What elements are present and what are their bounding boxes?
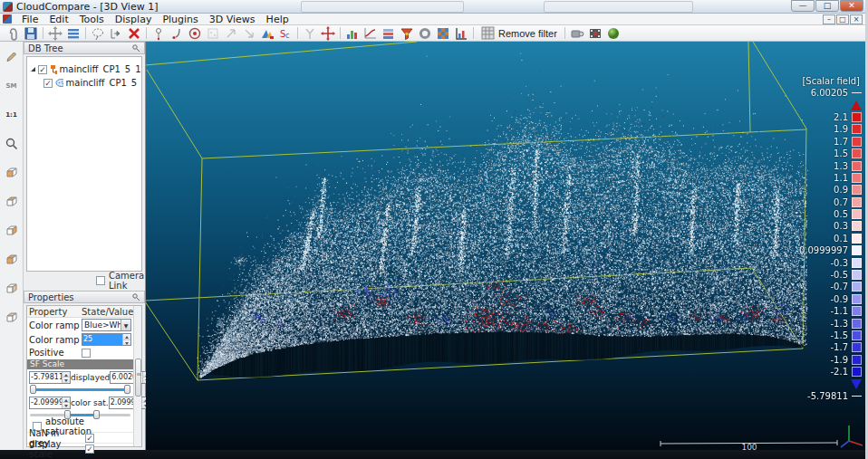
legend-swatch [852, 245, 862, 255]
rasterize-icon[interactable] [434, 25, 452, 41]
menu-item-tools[interactable]: Tools [74, 14, 110, 25]
slider-handle-right[interactable] [124, 385, 130, 394]
legend-swatch [852, 148, 862, 158]
legend-swatch [852, 112, 862, 122]
properties-header[interactable]: Properties [24, 291, 145, 303]
minimize-button[interactable]: — [791, 0, 815, 12]
slider-handle-left[interactable] [64, 410, 71, 419]
legend-entry: 1.3 [787, 159, 862, 171]
point-picking-icon[interactable] [149, 25, 168, 41]
right-view-cube-icon[interactable] [4, 252, 20, 267]
extract-section-icon[interactable] [107, 25, 125, 41]
curvature-icon[interactable] [362, 25, 380, 41]
positive-checkbox[interactable] [82, 349, 91, 358]
column-state-value: State/Value [82, 307, 133, 317]
chevron-down-icon: ▼ [121, 320, 130, 330]
menu-item-plugins[interactable]: Plugins [157, 14, 203, 25]
slider-handle-right[interactable] [93, 410, 100, 419]
sf-chart-icon[interactable] [452, 25, 470, 41]
delete-icon[interactable] [125, 25, 143, 41]
subsample-icon [204, 25, 222, 41]
open-icon[interactable] [4, 25, 22, 41]
align-icon[interactable] [186, 25, 204, 41]
front-view-cube-icon[interactable] [4, 165, 20, 180]
statistics-icon[interactable]: Sc [276, 25, 294, 41]
mdi-app-icon [3, 14, 12, 24]
legend-entry: 0.5 [787, 208, 862, 220]
visibility-checkbox[interactable]: ✓ [43, 79, 53, 88]
title-bar: CloudCompare - [3D View 1] — □ ✕ [0, 0, 865, 14]
color-ramp-select[interactable]: Blue>White>Red ▼ [82, 319, 131, 331]
legend-title: [Scalar field] [787, 76, 862, 86]
legend-max-value: 6.00205 [792, 88, 848, 98]
legend-min-value: -5.79811 [792, 391, 848, 401]
tree-item-root[interactable]: ✓ maincliff_CP1_5_1_Favx.txt... [27, 62, 141, 76]
compute-distances-icon[interactable] [258, 25, 276, 41]
one-to-one-icon[interactable]: 1:1 [4, 107, 20, 122]
legend-swatch [852, 137, 862, 147]
legend-entry: 1.7 [787, 136, 862, 148]
bottom-view-cube-icon[interactable] [4, 310, 20, 325]
legend-down-arrow-icon [851, 379, 862, 389]
point-cloud-render[interactable] [146, 42, 865, 450]
save-icon[interactable] [22, 25, 40, 41]
displayed-range-slider[interactable] [30, 384, 130, 396]
scrollbar-thumb[interactable] [135, 359, 141, 397]
menu-item-display[interactable]: Display [110, 14, 158, 25]
close-button[interactable]: ✕ [840, 0, 863, 12]
top-view-cube-icon[interactable] [4, 281, 20, 296]
camera-projection-icon[interactable] [568, 25, 586, 41]
3d-viewport[interactable]: 100 [Scalar field] 6.00205 2.11.91.71.51… [146, 42, 865, 450]
main-toolbar: Sc Remove filter [0, 25, 865, 42]
pencil-icon[interactable] [4, 49, 20, 64]
menu-item-3d-views[interactable]: 3D Views [204, 14, 261, 25]
properties-panel: Property State/Value Color ramp Blue>Whi… [26, 305, 142, 447]
sat-max-input[interactable]: 2.099999 [109, 397, 150, 409]
slider-handle-left[interactable] [30, 385, 36, 394]
sf-min-input[interactable]: -5.79811 [29, 371, 71, 384]
display-scale-checkbox[interactable]: ✓ [85, 445, 94, 454]
properties-scrollbar[interactable] [133, 306, 141, 446]
properties-list-icon[interactable] [64, 25, 82, 41]
sat-min-input[interactable]: -2.09999 [29, 397, 71, 409]
color-ramp-steps-input[interactable]: 25 [82, 333, 131, 346]
dock-panels: DB Tree ✓ maincliff_CP1_5_1_Favx.txt... … [24, 42, 146, 450]
tree-item-cloud[interactable]: ✓ maincliff_CP1_5_1_Favx... [27, 76, 141, 90]
legend-swatch [852, 161, 862, 171]
point-list-picking-icon[interactable] [168, 25, 186, 41]
pin-icon[interactable] [131, 43, 140, 53]
menu-item-edit[interactable]: Edit [43, 14, 73, 25]
legend-entry: 0.3 [787, 220, 862, 232]
animation-icon[interactable] [586, 25, 604, 41]
segment-lasso-icon[interactable] [89, 25, 107, 41]
magnifier-icon[interactable] [4, 136, 20, 151]
density-layers-icon[interactable] [380, 25, 398, 41]
filter-sf-icon[interactable] [398, 25, 416, 41]
pin-icon[interactable] [131, 292, 140, 301]
mdi-restore-button[interactable]: □ [836, 14, 849, 24]
saturation-slider[interactable] [30, 409, 130, 421]
remove-filter-button[interactable]: Remove filter [477, 26, 562, 41]
translate-icon[interactable] [46, 25, 64, 41]
arrow-down-right-icon [240, 25, 258, 41]
donut-icon[interactable] [416, 25, 434, 41]
nan-in-grey-checkbox[interactable]: ✓ [85, 434, 94, 443]
legend-entry: 0.7 [787, 196, 862, 208]
db-tree-header[interactable]: DB Tree [24, 42, 145, 54]
expander-icon[interactable] [31, 67, 35, 72]
translate-rotate-icon[interactable] [319, 25, 337, 41]
mdi-minimize-button[interactable]: – [823, 14, 835, 24]
sphere-icon[interactable] [604, 25, 622, 41]
maximize-button[interactable]: □ [815, 0, 839, 12]
camera-link-checkbox[interactable] [96, 276, 105, 285]
menu-item-file[interactable]: File [16, 14, 43, 25]
histogram-icon[interactable] [343, 25, 362, 41]
sm-icon[interactable]: SM [4, 78, 20, 93]
left-view-cube-icon[interactable] [4, 223, 20, 238]
back-view-cube-icon[interactable] [4, 194, 20, 209]
mdi-close-button[interactable]: × [850, 14, 863, 24]
legend-entry: -1.1 [787, 305, 862, 317]
legend-swatch [852, 197, 862, 207]
menu-item-help[interactable]: Help [261, 14, 294, 25]
visibility-checkbox[interactable]: ✓ [38, 65, 47, 74]
